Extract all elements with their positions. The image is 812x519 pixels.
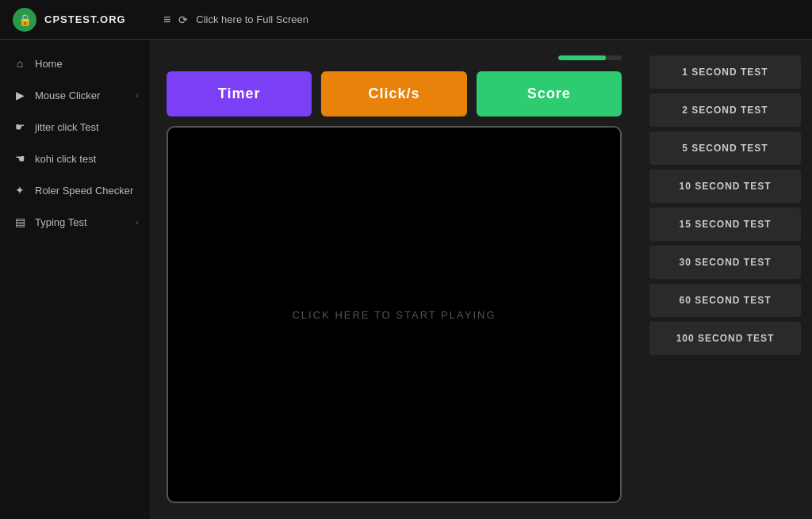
score-button[interactable]: Score — [477, 71, 622, 116]
test-button-1s[interactable]: 1 SECOND TEST — [649, 55, 801, 89]
test-button-15s[interactable]: 15 SECOND TEST — [649, 208, 801, 241]
stats-row: Timer Click/s Score — [167, 71, 622, 116]
mouse-icon: ▶ — [13, 89, 27, 101]
test-button-100s[interactable]: 100 SECOND TEST — [649, 322, 801, 355]
sidebar-item-label: Roler Speed Checker — [35, 185, 133, 197]
sidebar-item-home[interactable]: ⌂ Home — [0, 48, 150, 79]
game-prompt: CLICK HERE TO START PLAYING — [292, 309, 496, 321]
sidebar-item-mouse-clicker[interactable]: ▶ Mouse Clicker ‹ — [0, 79, 150, 111]
test-button-5s[interactable]: 5 SECOND TEST — [649, 132, 801, 165]
progress-bar-fill — [558, 55, 606, 60]
kohi-icon: ☚ — [13, 152, 27, 165]
test-button-2s[interactable]: 2 SECOND TEST — [649, 93, 801, 127]
fullscreen-label[interactable]: Click here to Full Screen — [196, 13, 308, 25]
hamburger-icon[interactable]: ≡ — [163, 13, 170, 27]
sidebar: ⌂ Home ▶ Mouse Clicker ‹ ☛ jitter click … — [0, 40, 151, 519]
home-icon: ⌂ — [13, 57, 27, 70]
main-layout: ⌂ Home ▶ Mouse Clicker ‹ ☛ jitter click … — [0, 40, 812, 519]
sidebar-item-typing-test[interactable]: ▤ Typing Test ‹ — [0, 206, 150, 238]
content-area: Timer Click/s Score CLICK HERE TO START … — [151, 40, 638, 519]
test-button-10s[interactable]: 10 SECOND TEST — [649, 170, 801, 203]
sidebar-item-label: Mouse Clicker — [35, 90, 100, 101]
chevron-right-icon-typing: ‹ — [136, 217, 139, 227]
sidebar-item-label: Typing Test — [35, 216, 87, 228]
game-area[interactable]: CLICK HERE TO START PLAYING — [167, 126, 622, 503]
logo-text: CPSTEST.ORG — [44, 13, 126, 25]
top-bar: 🔒 CPSTEST.ORG ≡ ⟳ Click here to Full Scr… — [0, 0, 812, 40]
logo-icon: 🔒 — [13, 8, 36, 32]
sidebar-item-label: jitter click Test — [35, 121, 99, 133]
jitter-icon: ☛ — [13, 120, 27, 133]
sidebar-item-jitter-click[interactable]: ☛ jitter click Test — [0, 111, 150, 143]
sidebar-item-kohi-click[interactable]: ☚ kohi click test — [0, 143, 150, 174]
clicks-button[interactable]: Click/s — [321, 71, 466, 116]
right-panel: 1 SECOND TEST 2 SECOND TEST 5 SECOND TES… — [638, 40, 812, 519]
timer-button[interactable]: Timer — [167, 71, 312, 116]
chevron-right-icon: ‹ — [136, 90, 139, 100]
sidebar-item-label: Home — [35, 58, 63, 70]
typing-icon: ▤ — [13, 216, 27, 228]
test-button-30s[interactable]: 30 SECOND TEST — [649, 246, 801, 279]
progress-bar-track — [558, 55, 622, 60]
progress-bar-container — [167, 55, 622, 60]
sidebar-item-label: kohi click test — [35, 153, 96, 165]
roller-icon: ✦ — [13, 184, 27, 197]
fullscreen-icon: ⟳ — [178, 13, 188, 26]
sidebar-item-roller-speed[interactable]: ✦ Roler Speed Checker — [0, 174, 150, 206]
logo-area: 🔒 CPSTEST.ORG — [13, 8, 163, 32]
test-button-60s[interactable]: 60 SECOND TEST — [649, 284, 801, 317]
topbar-center[interactable]: ≡ ⟳ Click here to Full Screen — [163, 13, 308, 27]
